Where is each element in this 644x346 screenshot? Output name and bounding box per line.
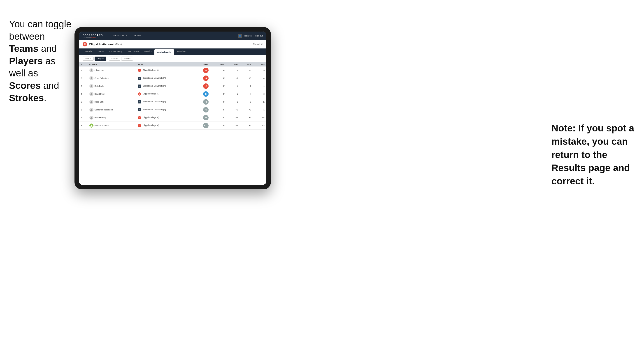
sub-nav-printables[interactable]: Printables (174, 48, 189, 55)
cell-total: +6 (193, 106, 210, 114)
cell-rd1: +5 (226, 106, 240, 114)
team-name-text: Scoreboard University [A] (143, 77, 166, 79)
svg-point-8 (91, 125, 92, 126)
tablet-screen: SCOREBOARD Powered by clippd TOURNAMENTS… (79, 31, 266, 185)
team-logo-icon: ≡ (138, 77, 141, 80)
cell-thru: F (210, 106, 226, 114)
logo-brand: clippd (92, 36, 96, 38)
cell-rd1: -5 (226, 74, 240, 82)
cell-rd1: +3 (226, 66, 240, 74)
user-avatar-icon: 👤 (238, 34, 242, 38)
tournament-subtitle: (Men) (115, 43, 122, 45)
player-name-cell: Blair McHarg (90, 116, 134, 120)
cell-thru: F (210, 66, 226, 74)
tournament-title: Clippd Invitational (89, 43, 114, 46)
cell-total: -8 (193, 66, 210, 74)
cell-rd2: -4 (240, 90, 253, 98)
nav-tab-teams[interactable]: TEAMS (130, 31, 144, 40)
col-thru: THRU (210, 62, 226, 66)
cell-team: ≡ Scoreboard University [A] (136, 98, 193, 106)
team-name-text: Clippd College [A] (143, 69, 159, 71)
player-name-cell: Chris Robertson (90, 76, 134, 80)
toggle-teams-button[interactable]: Teams (82, 57, 94, 61)
sub-nav-course-setup[interactable]: Course Setup (106, 48, 125, 55)
app-header: SCOREBOARD Powered by clippd TOURNAMENTS… (79, 31, 266, 40)
cell-player: Rees Britt (88, 98, 136, 106)
col-rank: # (79, 62, 88, 66)
team-logo-icon: C (138, 124, 141, 127)
cell-rank: 5 (79, 98, 88, 106)
cell-total: +1 (193, 98, 210, 106)
cell-player: Blair McHarg (88, 114, 136, 122)
sub-nav-details[interactable]: Details (82, 48, 95, 55)
header-right: 👤 Test User | Sign out (238, 34, 263, 38)
col-team: TEAM (136, 62, 193, 66)
player-avatar-icon (90, 84, 94, 88)
player-name-cell: Elliot Ebert (90, 68, 134, 72)
cell-rank: 6 (79, 106, 88, 114)
cell-player: David Ford (88, 90, 136, 98)
cell-team: ≡ Scoreboard University [A] (136, 106, 193, 114)
sub-nav: Details Teams Course Setup Tee Groups Re… (79, 48, 266, 55)
col-player: PLAYER (88, 62, 136, 66)
toggle-scores-button[interactable]: Scores (109, 57, 120, 61)
player-avatar-icon (90, 100, 94, 104)
player-avatar-icon (90, 92, 94, 96)
cell-total: +11 (193, 122, 210, 130)
tablet-frame: SCOREBOARD Powered by clippd TOURNAMENTS… (74, 27, 271, 189)
cell-rank: 8 (79, 122, 88, 130)
sub-nav-teams[interactable]: Teams (95, 48, 106, 55)
toggle-strokes-button[interactable]: Strokes (121, 57, 133, 61)
table-row: 8 Marcus Turners C Clippd College [A] +1… (79, 122, 266, 130)
cell-total: -4 (193, 74, 210, 82)
cell-rd2: -6 (240, 66, 253, 74)
main-nav-tabs: TOURNAMENTS TEAMS (107, 31, 238, 40)
player-name-cell: Rees Britt (90, 100, 134, 104)
cell-rd2: +1 (240, 114, 253, 122)
player-name-text: Chris Robertson (94, 77, 109, 79)
cell-rd2: +2 (240, 106, 253, 114)
sub-nav-tee-groups[interactable]: Tee Groups (125, 48, 142, 55)
cancel-button[interactable]: Cancel ✕ (253, 43, 263, 45)
header-user-label: Test User | (244, 35, 254, 37)
cell-player: Cameron Robertson (88, 106, 136, 114)
cell-total: +8 (193, 114, 210, 122)
player-name-text: Blair McHarg (94, 117, 106, 119)
sign-out-link[interactable]: Sign out (255, 35, 263, 37)
svg-point-3 (91, 85, 92, 86)
cell-rd2: +5 (240, 74, 253, 82)
table-row: 4 David Ford C Clippd College [A] E F +1… (79, 90, 266, 98)
cell-thru: F (210, 90, 226, 98)
player-name-text: Elliot Ebert (94, 69, 104, 71)
sub-nav-results[interactable]: Results (142, 48, 154, 55)
player-name-cell: Rich Butler (90, 84, 134, 88)
toggle-players-button[interactable]: Players (94, 57, 106, 61)
svg-point-4 (91, 93, 92, 94)
cell-thru: F (210, 98, 226, 106)
player-name-text: Rees Britt (94, 101, 104, 103)
cell-rd3: +2 (253, 122, 266, 130)
cell-rd2: E (240, 98, 253, 106)
score-badge: E (203, 91, 208, 97)
col-rd3: RD3 (253, 62, 266, 66)
player-name-text: Marcus Turners (94, 124, 109, 127)
players-table: # PLAYER TEAM TOTAL THRU RD1 RD2 RD3 1 (79, 62, 266, 130)
table-row: 3 Rich Butler ≡ Scoreboard University [A… (79, 82, 266, 90)
cell-team: ≡ Scoreboard University [A] (136, 82, 193, 90)
cell-rd3: -1 (253, 82, 266, 90)
team-logo-icon: C (138, 116, 141, 119)
team-logo-icon: ≡ (138, 85, 141, 88)
cell-rd1: +2 (226, 114, 240, 122)
cell-rank: 3 (79, 82, 88, 90)
team-name-text: Scoreboard University [A] (143, 108, 166, 111)
cell-team: C Clippd College [A] (136, 122, 193, 130)
team-logo-icon: ≡ (138, 108, 141, 111)
sub-nav-leaderboards[interactable]: Leaderboards (154, 49, 174, 55)
cell-rd3: +3 (253, 90, 266, 98)
team-logo-icon: ≡ (138, 100, 141, 103)
nav-tab-tournaments[interactable]: TOURNAMENTS (107, 31, 130, 40)
tournament-logo: C (82, 42, 87, 46)
cell-player: Elliot Ebert (88, 66, 136, 74)
cell-rank: 1 (79, 66, 88, 74)
cell-rd2: -2 (240, 82, 253, 90)
